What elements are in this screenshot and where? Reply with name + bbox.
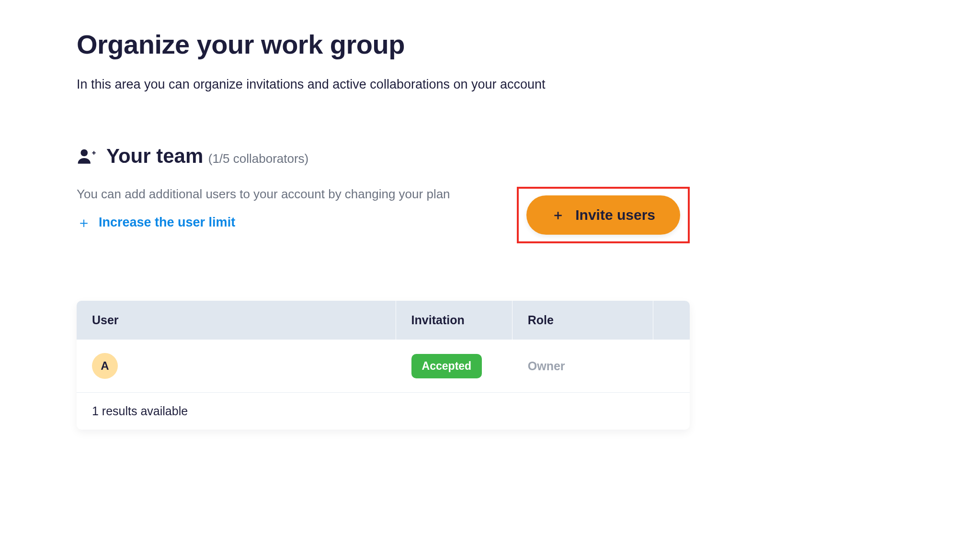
table-row: A Accepted Owner — [77, 340, 690, 393]
plus-icon: ＋ — [77, 216, 91, 230]
page-title: Organize your work group — [77, 29, 690, 60]
svg-point-0 — [80, 149, 88, 157]
th-user: User — [77, 301, 396, 340]
invitation-status-badge: Accepted — [411, 354, 482, 378]
team-actions-row: You can add additional users to your acc… — [77, 187, 690, 243]
work-group-page: Organize your work group In this area yo… — [0, 0, 766, 458]
invite-users-button[interactable]: ＋ Invite users — [526, 195, 680, 235]
plan-hint: You can add additional users to your acc… — [77, 187, 517, 202]
user-add-icon — [77, 146, 97, 166]
table-header: User Invitation Role — [77, 301, 690, 340]
team-title: Your team — [106, 145, 203, 167]
table-footer: 1 results available — [77, 393, 690, 430]
th-actions — [653, 301, 690, 340]
team-count: (1/5 collaborators) — [208, 151, 309, 166]
avatar: A — [92, 353, 118, 379]
team-table: User Invitation Role A Accepted Owner 1 … — [77, 301, 690, 430]
increase-user-limit-link[interactable]: ＋ Increase the user limit — [77, 215, 235, 230]
row-actions — [653, 353, 690, 379]
page-subtitle: In this area you can organize invitation… — [77, 77, 690, 92]
invite-users-label: Invite users — [575, 207, 655, 223]
th-role: Role — [512, 301, 653, 340]
th-invitation: Invitation — [396, 301, 512, 340]
team-section-header: Your team (1/5 collaborators) — [77, 145, 690, 168]
increase-user-limit-label: Increase the user limit — [99, 215, 235, 230]
plus-icon: ＋ — [551, 208, 565, 222]
invite-highlight-box: ＋ Invite users — [517, 187, 690, 243]
role-value: Owner — [528, 359, 565, 373]
